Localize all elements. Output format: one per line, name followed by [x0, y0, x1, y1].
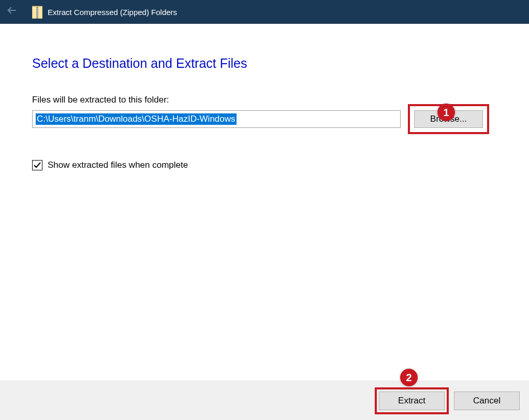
content-area: Select a Destination and Extract Files F… — [0, 24, 529, 381]
show-extracted-label: Show extracted files when complete — [48, 160, 188, 170]
destination-path-text: C:\Users\tranm\Downloads\OSHA-HazID-Wind… — [36, 113, 237, 125]
svg-rect-6 — [36, 12, 38, 13]
path-row: C:\Users\tranm\Downloads\OSHA-HazID-Wind… — [32, 110, 497, 128]
zip-folder-icon — [32, 5, 42, 19]
destination-path-input[interactable]: C:\Users\tranm\Downloads\OSHA-HazID-Wind… — [32, 110, 401, 128]
svg-rect-7 — [36, 15, 38, 16]
path-label: Files will be extracted to this folder: — [32, 95, 497, 105]
svg-rect-3 — [36, 6, 38, 7]
show-extracted-checkbox-row[interactable]: Show extracted files when complete — [32, 160, 497, 170]
back-arrow-icon — [6, 5, 18, 19]
svg-rect-4 — [36, 8, 38, 9]
checkmark-icon — [33, 161, 41, 169]
annotation-badge-1: 1 — [437, 104, 455, 121]
footer-bar: 2 Extract Cancel — [0, 381, 529, 420]
title-bar: Extract Compressed (Zipped) Folders — [0, 0, 529, 24]
svg-rect-8 — [36, 17, 38, 18]
window-title: Extract Compressed (Zipped) Folders — [48, 8, 177, 17]
svg-rect-5 — [36, 10, 38, 11]
extract-button[interactable]: Extract — [379, 392, 445, 410]
page-heading: Select a Destination and Extract Files — [32, 56, 497, 71]
cancel-button[interactable]: Cancel — [454, 392, 520, 410]
show-extracted-checkbox[interactable] — [32, 160, 42, 170]
annotation-badge-2: 2 — [400, 369, 418, 386]
extract-button-wrap: Extract — [379, 392, 445, 410]
